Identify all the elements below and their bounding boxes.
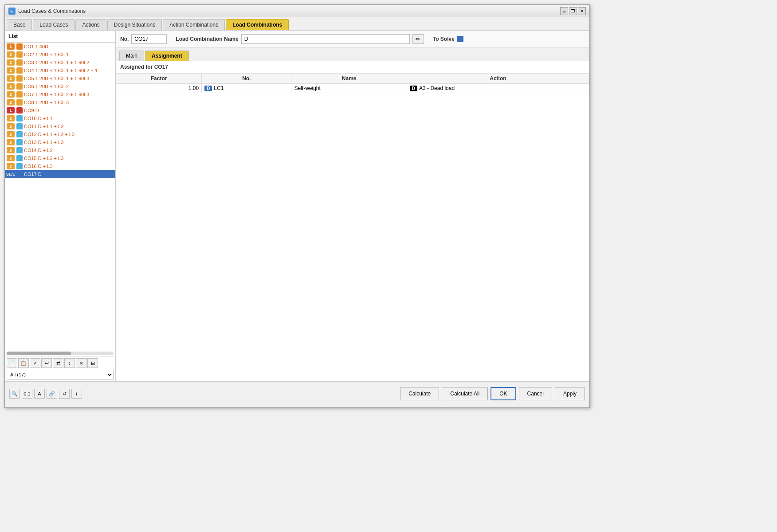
table-row: 1.00DLC1Self-weightDA3 - Dead load xyxy=(116,84,589,93)
name-input[interactable] xyxy=(241,34,410,44)
function-icon-btn[interactable]: ƒ xyxy=(71,389,82,399)
dot-co4 xyxy=(16,67,23,74)
label-co9: CO9 D xyxy=(24,108,39,113)
sidebar-scrollbar[interactable] xyxy=(7,352,114,355)
bottom-left-tools: 🔍0.1A🔗↺ƒ xyxy=(9,389,82,399)
label-co11: CO11 D + L1 + L2 xyxy=(24,124,63,129)
title-bar: ⊞ Load Cases & Combinations 🗕 🗖 ✕ xyxy=(5,5,589,17)
list-item-co1[interactable]: 1CO1 1.40D xyxy=(5,43,115,51)
list-item-co2[interactable]: 2CO2 1.20D + 1.60L1 xyxy=(5,51,115,59)
tab-action-combinations[interactable]: Action Combinations xyxy=(163,19,225,30)
badge-co17: SE/E xyxy=(7,171,15,177)
label-co3: CO3 1.20D + 1.60L1 + 1.60L2 xyxy=(24,60,89,65)
sort-button[interactable]: ↕ xyxy=(64,358,75,368)
search-icon-btn[interactable]: 🔍 xyxy=(9,389,20,399)
dot-co10 xyxy=(16,115,23,121)
name-label: Load Combination Name xyxy=(176,36,238,42)
assigned-header: Assigned for CO17 xyxy=(116,61,589,73)
list-item-co9[interactable]: 1CO9 D xyxy=(5,106,115,114)
list-item-co3[interactable]: 2CO3 1.20D + 1.60L1 + 1.60L2 xyxy=(5,59,115,66)
label-co6: CO6 1.20D + 1.60L2 xyxy=(24,84,69,89)
tab-design-situations[interactable]: Design Situations xyxy=(107,19,162,30)
to-solve-checkbox[interactable] xyxy=(457,36,463,42)
dot-co16 xyxy=(16,163,23,169)
list-item-co11[interactable]: 2CO11 D + L1 + L2 xyxy=(5,122,115,130)
tab-load-cases[interactable]: Load Cases xyxy=(33,19,75,30)
sub-tab-main[interactable]: Main xyxy=(119,51,144,61)
dot-co11 xyxy=(16,123,23,129)
dot-co1 xyxy=(16,43,23,50)
badge-co8: 2 xyxy=(7,99,15,106)
list-item-co5[interactable]: 2CO5 1.20D + 1.60L1 + 1.60L3 xyxy=(5,74,115,82)
no-input[interactable] xyxy=(131,34,167,44)
sidebar-list: 1CO1 1.40D2CO2 1.20D + 1.60L12CO3 1.20D … xyxy=(5,43,115,351)
badge-co12: 2 xyxy=(7,131,15,137)
calculate-all-button[interactable]: Calculate All xyxy=(442,387,488,400)
new-button[interactable]: 📄 xyxy=(7,358,17,368)
list-item-co6[interactable]: 2CO6 1.20D + 1.60L2 xyxy=(5,82,115,90)
link-icon-btn[interactable]: 🔗 xyxy=(47,389,57,399)
action-badge: D xyxy=(410,86,417,91)
sub-tab-assignment[interactable]: Assignment xyxy=(145,51,189,61)
tab-base[interactable]: Base xyxy=(7,19,32,30)
label-co13: CO13 D + L1 + L3 xyxy=(24,140,63,145)
undo-icon-btn[interactable]: ↺ xyxy=(59,389,70,399)
factor-cell: 1.00 xyxy=(116,84,202,93)
check-button[interactable]: ✓ xyxy=(30,358,40,368)
calculate-button[interactable]: Calculate xyxy=(400,387,439,400)
badge-co10: 2 xyxy=(7,115,15,121)
badge-co16: 2 xyxy=(7,163,15,169)
panel-content: Assigned for CO17 Factor No. Name Action… xyxy=(116,61,589,381)
label-co14: CO14 D + L2 xyxy=(24,148,53,153)
delete-button[interactable]: ✕ xyxy=(76,358,86,368)
label-co17: CO17 D xyxy=(24,172,42,177)
col-factor: Factor xyxy=(116,74,202,84)
grid-button[interactable]: ⊞ xyxy=(87,358,98,368)
badge-co11: 2 xyxy=(7,123,15,129)
list-item-co8[interactable]: 2CO8 1.20D + 1.60L3 xyxy=(5,98,115,106)
cancel-button[interactable]: Cancel xyxy=(519,387,552,400)
list-item-co13[interactable]: 2CO13 D + L1 + L3 xyxy=(5,138,115,146)
copy-button[interactable]: 📋 xyxy=(18,358,29,368)
list-item-co4[interactable]: 2CO4 1.20D + 1.60L1 + 1.60L2 + 1. xyxy=(5,66,115,74)
tab-actions[interactable]: Actions xyxy=(75,19,106,30)
apply-button[interactable]: Apply xyxy=(555,387,585,400)
close-button[interactable]: ✕ xyxy=(578,7,586,15)
edit-name-button[interactable]: ✏ xyxy=(412,34,424,44)
to-solve-group: To Solve xyxy=(433,36,463,42)
label-co1: CO1 1.40D xyxy=(24,44,48,49)
tab-load-combinations[interactable]: Load Combinations xyxy=(226,19,289,30)
list-item-co10[interactable]: 2CO10 D + L1 xyxy=(5,114,115,122)
dot-co17 xyxy=(16,171,23,177)
list-item-co14[interactable]: 2CO14 D + L2 xyxy=(5,146,115,154)
sidebar-header: List xyxy=(5,31,115,43)
list-item-co7[interactable]: 2CO7 1.20D + 1.60L2 + 1.60L3 xyxy=(5,90,115,98)
swap-button[interactable]: ⇄ xyxy=(53,358,63,368)
maximize-button[interactable]: 🗖 xyxy=(569,7,577,15)
label-co5: CO5 1.20D + 1.60L1 + 1.60L3 xyxy=(24,76,89,81)
main-window: ⊞ Load Cases & Combinations 🗕 🗖 ✕ Base L… xyxy=(4,4,590,408)
bottom-bar: 🔍0.1A🔗↺ƒ CalculateCalculate AllOKCancelA… xyxy=(5,381,589,406)
badge-co14: 2 xyxy=(7,147,15,153)
label-co12: CO12 D + L1 + L2 + L3 xyxy=(24,132,75,137)
list-item-co15[interactable]: 2CO15 D + L2 + L3 xyxy=(5,154,115,162)
assignment-table: Factor No. Name Action 1.00DLC1Self-weig… xyxy=(116,73,589,93)
col-action: Action xyxy=(407,74,589,84)
badge-co9: 1 xyxy=(7,107,15,113)
action-cell: DA3 - Dead load xyxy=(407,84,589,93)
revert-button[interactable]: ↩ xyxy=(41,358,52,368)
filter-dropdown[interactable]: All (17)SelectedActive xyxy=(7,370,114,379)
ok-button[interactable]: OK xyxy=(491,387,516,400)
decimal-icon-btn[interactable]: 0.1 xyxy=(22,389,32,399)
minimize-button[interactable]: 🗕 xyxy=(560,7,568,15)
content-area: List 1CO1 1.40D2CO2 1.20D + 1.60L12CO3 1… xyxy=(5,31,589,381)
badge-co7: 2 xyxy=(7,91,15,98)
name-cell: Self-weight xyxy=(291,84,407,93)
label-co2: CO2 1.20D + 1.60L1 xyxy=(24,52,69,57)
list-item-co16[interactable]: 2CO16 D + L3 xyxy=(5,162,115,170)
font-icon-btn[interactable]: A xyxy=(34,389,45,399)
list-item-co12[interactable]: 2CO12 D + L1 + L2 + L3 xyxy=(5,130,115,138)
window-icon: ⊞ xyxy=(8,8,16,15)
badge-co5: 2 xyxy=(7,75,15,82)
list-item-co17[interactable]: SE/ECO17 D xyxy=(5,170,115,178)
